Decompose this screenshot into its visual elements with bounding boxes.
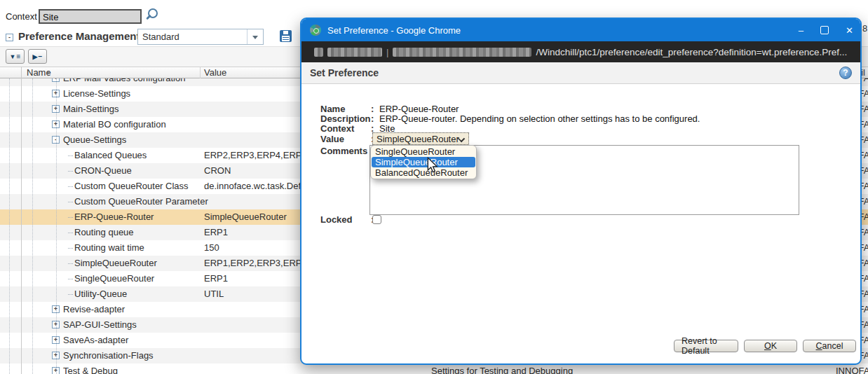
ok-button[interactable]: OK [744,340,797,352]
option-single-queue-router[interactable]: SingleQueueRouter [372,146,475,157]
close-icon[interactable]: ✕ [846,26,853,35]
value-label: Value [320,134,371,144]
table-row[interactable]: +Test & DebugSettings for Testing and De… [0,363,868,374]
url-text: /Windchill/ptc1/preference/edit_preferen… [536,47,847,57]
dialog-title: Set Preference [310,67,379,78]
window-titlebar[interactable]: Set Preference - Google Chrome – ✕ [301,19,860,41]
background-fragment: 8 [862,23,867,34]
name-label: Name [320,104,371,114]
revert-to-default-button[interactable]: Revert to Default [674,340,738,352]
dialog-body: NameERP-Queue-Router DescriptionERP-Queu… [301,84,860,363]
page-title: Preference Management [18,30,140,42]
description-value: ERP-Queue-router. Depending on selection… [379,113,700,124]
search-icon[interactable] [146,8,158,21]
tree-guide [9,78,10,374]
collapse-section-icon[interactable]: - [6,34,13,41]
column-divider [21,67,22,374]
dialog-header: Set Preference ? [301,62,860,84]
profile-dropdown[interactable]: Standard [137,29,264,45]
browser-url-bar[interactable]: | /Windchill/ptc1/preference/edit_prefer… [301,41,860,62]
context-input[interactable] [39,9,142,24]
save-icon[interactable] [280,30,292,42]
column-header-value[interactable]: Value [204,67,226,78]
name-value: ERP-Queue-Router [379,104,459,114]
redacted-site-icon [314,48,323,57]
set-preference-window: Set Preference - Google Chrome – ✕ | /Wi… [300,18,862,365]
context-label: Context [320,123,371,134]
minimize-icon[interactable]: – [799,26,803,35]
url-separator: | [386,47,388,57]
profile-dropdown-value: Standard [142,32,179,42]
context-label: Context [6,11,37,22]
help-icon[interactable]: ? [839,67,852,79]
sort-ascending-icon[interactable]: ↑ [46,67,50,78]
value-select[interactable]: SimpleQueueRouter [372,132,469,145]
collapse-all-button[interactable]: ▶− [28,49,47,64]
option-simple-queue-router[interactable]: SimpleQueueRouter [372,157,475,167]
maximize-icon[interactable] [820,26,829,34]
option-balanced-queue-router[interactable]: BalancedQueueRouter [372,167,475,178]
redacted-url-part [393,48,531,57]
locked-label: Locked [320,214,371,225]
tree-guide [56,78,57,374]
comments-label: Comments [320,146,371,156]
cancel-button[interactable]: Cancel [803,340,856,352]
value-select-dropdown: SingleQueueRouter SimpleQueueRouter Bala… [370,145,477,179]
window-title: Set Preference - Google Chrome [327,25,461,36]
locked-checkbox[interactable] [372,215,381,224]
chevron-down-icon[interactable] [247,29,263,44]
redacted-url-part [327,48,382,57]
windchill-favicon [310,25,321,36]
filter-sort-button[interactable]: ▼≡ [6,49,25,64]
tree-guide [32,78,33,374]
description-label: Description [320,113,371,124]
screen: Context - Preference Management Standard… [0,0,868,374]
mouse-cursor [426,157,439,176]
value-select-text: SimpleQueueRouter [377,134,459,144]
dialog-buttons: Revert to Default OK Cancel [674,340,856,352]
column-divider [200,67,201,78]
